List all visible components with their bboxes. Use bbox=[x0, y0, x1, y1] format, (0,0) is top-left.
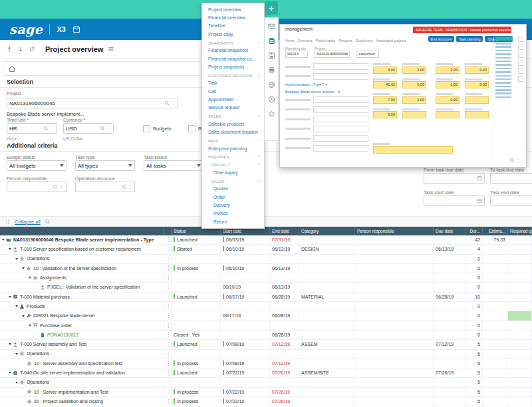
field-actions-icon[interactable]: ⋮ bbox=[106, 126, 111, 131]
lookup-icon[interactable] bbox=[121, 184, 126, 190]
mini-input[interactable] bbox=[313, 145, 368, 152]
add-button[interactable]: + bbox=[265, 1, 278, 15]
mini-amount-field[interactable]: 2.00 bbox=[436, 67, 460, 74]
task-row[interactable]: NA0131906000046 Bespoke Blade server imp… bbox=[0, 235, 532, 245]
field-actions-icon[interactable]: ⋮ bbox=[171, 100, 176, 106]
expand-caret-icon[interactable] bbox=[9, 296, 11, 298]
menu-item-return[interactable]: Return bbox=[202, 217, 264, 225]
lookup-icon[interactable] bbox=[164, 100, 170, 106]
row-menu-icon[interactable]: ⋮ bbox=[164, 283, 172, 291]
mini-amount-field[interactable]: 1.00 bbox=[402, 96, 426, 104]
project-input[interactable]: NA0131906000046 ⋮ bbox=[7, 98, 178, 108]
budgets-checkbox[interactable]: Budgets bbox=[143, 125, 172, 132]
globe2-icon[interactable] bbox=[268, 81, 275, 88]
mini-input[interactable] bbox=[313, 106, 368, 113]
row-menu-icon[interactable]: ⋮ bbox=[164, 302, 172, 311]
mini-input[interactable] bbox=[313, 116, 368, 122]
menu-item-financial-snapshots[interactable]: Financial snapshots bbox=[202, 47, 264, 55]
mini-amount-field[interactable]: 0.00 bbox=[465, 67, 489, 74]
time-unit-input[interactable]: HR ⋮ bbox=[7, 123, 57, 134]
mini-field-project[interactable]: NA0131906000046 bbox=[315, 51, 350, 58]
sort-asc-icon[interactable] bbox=[6, 46, 13, 53]
expand-caret-icon[interactable] bbox=[2, 239, 5, 241]
lookup-icon[interactable] bbox=[53, 184, 58, 190]
menu-item-service-request[interactable]: Service request bbox=[202, 104, 264, 112]
budget-status-select[interactable]: All budgets bbox=[7, 160, 66, 171]
mini-input[interactable] bbox=[313, 135, 368, 142]
row-menu-icon[interactable]: ⋮ bbox=[164, 388, 172, 396]
task-status-select[interactable]: All tasks bbox=[144, 160, 203, 171]
expand-caret-icon[interactable] bbox=[22, 315, 25, 317]
mini-search[interactable]: ⋮ bbox=[509, 158, 521, 163]
task-row[interactable]: 20 : Project validation and closing⋮In p… bbox=[0, 397, 532, 406]
operation-resource-input[interactable]: ⋮ bbox=[75, 182, 135, 192]
task-row[interactable]: Operations⋮0 bbox=[0, 255, 532, 264]
menu-item-appointment[interactable]: Appointment bbox=[202, 95, 264, 103]
mini-link[interactable]: Bespoke Blade server implem... ▾ bbox=[285, 90, 368, 94]
row-menu-icon[interactable]: ⋮ bbox=[164, 273, 172, 282]
mini-amount-field[interactable] bbox=[465, 111, 489, 118]
task-row[interactable]: DIS021 Bespoke blade server⋮06/17/1906/2… bbox=[0, 311, 532, 321]
sort-desc-icon[interactable] bbox=[17, 46, 24, 53]
calendar-icon[interactable] bbox=[72, 25, 80, 33]
task-row[interactable]: Operations⋮5 bbox=[0, 378, 532, 387]
column-header-required-qua[interactable]: Required qua... bbox=[508, 227, 532, 235]
task-end-date-input[interactable] bbox=[490, 196, 532, 206]
expand-caret-icon[interactable] bbox=[29, 325, 31, 327]
lookup-icon[interactable] bbox=[43, 126, 49, 131]
mini-tab-associated-projects[interactable]: Associated projects bbox=[376, 39, 406, 43]
task-row[interactable]: Assignments⋮0 bbox=[0, 273, 532, 283]
lookup-icon[interactable] bbox=[100, 126, 105, 131]
mini-input[interactable] bbox=[313, 63, 368, 70]
field-actions-icon[interactable]: ⋮ bbox=[128, 184, 132, 190]
mini-tab-overview[interactable]: Overview bbox=[298, 39, 313, 43]
menu-item-financial-snapshot-co[interactable]: Financial snapshot co... bbox=[202, 55, 264, 63]
checkbox-icon[interactable] bbox=[188, 125, 196, 132]
row-menu-icon[interactable]: ⋮ bbox=[164, 311, 172, 320]
task-row[interactable]: T-040 On site server implementation and … bbox=[0, 368, 532, 378]
mini-input[interactable] bbox=[313, 73, 368, 80]
menu-section-sales[interactable]: SALES^ bbox=[202, 112, 264, 120]
expand-caret-icon[interactable] bbox=[29, 277, 31, 279]
row-menu-icon[interactable]: ⋮ bbox=[164, 378, 172, 386]
mini-field-operating-site[interactable]: NA013 bbox=[285, 51, 308, 58]
menu-item-invoice[interactable]: Invoice bbox=[202, 209, 264, 217]
printer-icon[interactable] bbox=[268, 67, 275, 74]
end-structure-button[interactable]: End structure bbox=[428, 36, 455, 42]
task-row[interactable]: Products⋮0 bbox=[0, 302, 532, 311]
task-row[interactable]: 10 : Validation of the server specificat… bbox=[0, 264, 532, 273]
person-responsible-input[interactable]: ⋮ bbox=[7, 182, 66, 192]
row-menu-icon[interactable]: ⋮ bbox=[164, 397, 172, 406]
mini-amount-field[interactable]: 0.00 bbox=[402, 81, 426, 88]
row-menu-icon[interactable]: ⋮ bbox=[164, 368, 172, 377]
mini-amount-field[interactable]: 41.62 bbox=[373, 81, 397, 88]
row-menu-icon[interactable]: ⋮ bbox=[164, 340, 172, 348]
row-menu-icon[interactable]: ⋮ bbox=[164, 245, 172, 253]
mini-amount-field[interactable] bbox=[402, 111, 426, 118]
column-header-due-date[interactable]: Due date bbox=[434, 227, 466, 235]
mini-tab-home[interactable]: Home bbox=[285, 39, 295, 43]
row-menu-icon[interactable]: ⋮ bbox=[164, 350, 172, 358]
task-row[interactable]: 10 : Server assembly and specification t… bbox=[0, 359, 532, 368]
menu-item-project-overview[interactable]: Project overview bbox=[202, 5, 264, 13]
column-header-dur[interactable]: Dur... bbox=[466, 227, 483, 235]
actions-menu-icon[interactable] bbox=[108, 46, 114, 53]
task-row[interactable]: Operations⋮5 bbox=[0, 350, 532, 359]
menu-item-delivery[interactable]: Delivery bbox=[202, 201, 264, 209]
expand-caret-icon[interactable] bbox=[9, 343, 11, 345]
menu-item-sales-document-creation[interactable]: Sales document creation bbox=[202, 128, 264, 136]
column-header-estima[interactable]: Estima... bbox=[483, 227, 508, 235]
mini-amount-field[interactable]: 0.00 bbox=[465, 81, 489, 88]
menu-section-sales[interactable]: SALES^ bbox=[202, 177, 264, 185]
expand-caret-icon[interactable] bbox=[15, 305, 18, 307]
mini-link[interactable]: Implementation : Type 7 ▾ bbox=[285, 82, 368, 86]
column-header-1[interactable] bbox=[164, 227, 172, 235]
field-actions-icon[interactable]: ⋮ bbox=[50, 126, 55, 131]
menu-item-quotes[interactable]: Quotes bbox=[202, 185, 264, 193]
database-icon[interactable] bbox=[268, 37, 275, 45]
menu-section-wips[interactable]: WIPS^ bbox=[202, 136, 264, 144]
field-actions-icon[interactable]: ⋮ bbox=[59, 184, 64, 190]
mini-amount-field[interactable]: 2.00 bbox=[402, 67, 426, 74]
mini-field-status[interactable]: Launched bbox=[356, 51, 379, 58]
grip-icon[interactable] bbox=[5, 219, 11, 225]
